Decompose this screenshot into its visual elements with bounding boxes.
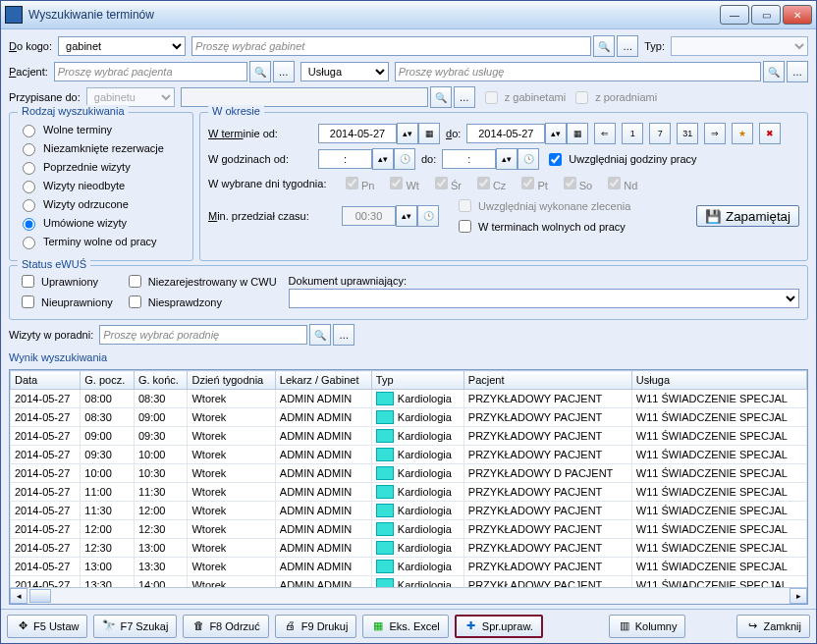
f5-ustaw-button[interactable]: ✥F5 Ustaw — [7, 615, 87, 638]
w-terminach-wolnych-check[interactable] — [459, 220, 471, 233]
scroll-right-icon[interactable]: ▸ — [790, 588, 807, 604]
przypisane-input[interactable] — [181, 87, 428, 107]
radio-niezamk-rezerwacje[interactable] — [23, 143, 35, 156]
niezarej-check[interactable] — [129, 275, 141, 288]
f8-odrzuc-button[interactable]: 🗑F8 Odrzuć — [183, 615, 268, 638]
date-from-spin-icon[interactable]: ▴▾ — [397, 123, 418, 144]
nav-fwd-icon[interactable]: ⇒ — [704, 123, 726, 144]
time-to-spin-icon[interactable]: ▴▾ — [496, 148, 517, 170]
do-kogo-select[interactable]: gabinet — [58, 36, 186, 56]
day-nd-check[interactable] — [608, 177, 621, 189]
time-to-input[interactable] — [442, 149, 496, 169]
range-31-icon[interactable]: 31 — [677, 123, 698, 144]
col-data[interactable]: Data — [11, 371, 81, 390]
range-clear-icon[interactable]: ✖ — [759, 123, 781, 144]
radio-poprzednie-wizyty[interactable] — [23, 162, 35, 175]
table-row[interactable]: 2014-05-2713:0013:30WtorekADMIN ADMINKar… — [11, 558, 807, 576]
gabinet-lookup-icon[interactable]: 🔍 — [593, 35, 615, 57]
time-from-spin-icon[interactable]: ▴▾ — [372, 148, 394, 170]
col-usluga[interactable]: Usługa — [631, 371, 806, 390]
uprawniony-check[interactable] — [22, 275, 34, 288]
day-pt-check[interactable] — [521, 177, 534, 189]
usluga-more-icon[interactable]: … — [787, 61, 808, 82]
spr-upraw-button[interactable]: ✚Spr.upraw. — [455, 615, 543, 638]
radio-terminy-wolne-od-pracy[interactable] — [23, 237, 35, 249]
day-so-check[interactable] — [564, 177, 576, 189]
nav-back-icon[interactable]: ⇐ — [594, 123, 616, 144]
min-czas-clock-icon[interactable]: 🕓 — [417, 205, 439, 227]
dok-upr-select[interactable] — [289, 289, 799, 308]
zapamietaj-button[interactable]: 💾Zapamiętaj — [696, 205, 799, 227]
table-row[interactable]: 2014-05-2708:3009:00WtorekADMIN ADMINKar… — [11, 408, 807, 427]
przypisane-more-icon[interactable]: … — [454, 86, 475, 108]
day-pn-check[interactable] — [346, 177, 358, 189]
time-from-input[interactable] — [318, 149, 372, 169]
scroll-thumb[interactable] — [29, 589, 51, 603]
pacjent-more-icon[interactable]: … — [273, 61, 295, 82]
usluga-lookup-icon[interactable]: 🔍 — [763, 61, 785, 82]
eks-excel-button[interactable]: ▦Eks. Excel — [362, 615, 448, 638]
col-dzien[interactable]: Dzień tygodnia — [188, 371, 275, 390]
gabinet-more-icon[interactable]: … — [617, 35, 638, 57]
h-scrollbar[interactable]: ◂ ▸ — [10, 587, 807, 604]
time-from-clock-icon[interactable]: 🕓 — [394, 148, 415, 170]
min-czas-input[interactable] — [342, 206, 396, 226]
table-row[interactable]: 2014-05-2712:0012:30WtorekADMIN ADMINKar… — [11, 520, 807, 539]
col-gkonc[interactable]: G. końc. — [134, 371, 188, 390]
table-row[interactable]: 2014-05-2708:0008:30WtorekADMIN ADMINKar… — [11, 390, 807, 408]
f7-szukaj-button[interactable]: 🔭F7 Szukaj — [93, 615, 177, 638]
radio-wizyty-odrzucone[interactable] — [23, 199, 35, 212]
radio-wolne-terminy[interactable] — [23, 125, 35, 137]
poradnia-more-icon[interactable]: … — [333, 324, 354, 346]
day-cz-check[interactable] — [477, 177, 490, 189]
col-lekarz[interactable]: Lekarz / Gabinet — [275, 371, 371, 390]
time-to-clock-icon[interactable]: 🕓 — [517, 148, 539, 170]
poradnia-input[interactable] — [99, 325, 307, 345]
niesprawdz-check[interactable] — [129, 295, 141, 308]
date-from-input[interactable] — [318, 124, 397, 143]
z-poradniami-check[interactable] — [575, 91, 588, 104]
z-gabinetami-check[interactable] — [485, 91, 498, 104]
day-wt-check[interactable] — [390, 177, 403, 189]
scroll-left-icon[interactable]: ◂ — [10, 588, 27, 604]
table-row[interactable]: 2014-05-2711:3012:00WtorekADMIN ADMINKar… — [11, 502, 807, 520]
uwzgl-wykonane-check[interactable] — [459, 199, 471, 212]
table-row[interactable]: 2014-05-2711:0011:30WtorekADMIN ADMINKar… — [11, 483, 807, 502]
table-row[interactable]: 2014-05-2709:3010:00WtorekADMIN ADMINKar… — [11, 446, 807, 464]
col-typ[interactable]: Typ — [371, 371, 463, 390]
date-to-spin-icon[interactable]: ▴▾ — [545, 123, 567, 144]
pacjent-lookup-icon[interactable]: 🔍 — [249, 61, 271, 82]
radio-wizyty-nieodbyte[interactable] — [23, 181, 35, 193]
maximize-button[interactable]: ▭ — [751, 5, 781, 25]
uwzgl-godz-check[interactable] — [549, 153, 562, 166]
table-row[interactable]: 2014-05-2710:0010:30WtorekADMIN ADMINKar… — [11, 464, 807, 483]
min-czas-spin-icon[interactable]: ▴▾ — [396, 205, 417, 227]
table-row[interactable]: 2014-05-2713:3014:00WtorekADMIN ADMINKar… — [11, 576, 807, 588]
table-row[interactable]: 2014-05-2712:3013:00WtorekADMIN ADMINKar… — [11, 539, 807, 558]
usluga-input[interactable] — [395, 62, 761, 81]
typ-select[interactable] — [671, 36, 808, 56]
range-7-icon[interactable]: 7 — [649, 123, 671, 144]
przypisane-lookup-icon[interactable]: 🔍 — [430, 86, 452, 108]
pacjent-input[interactable] — [54, 62, 247, 81]
zamknij-button[interactable]: ↪Zamknij — [736, 615, 810, 638]
poradnia-lookup-icon[interactable]: 🔍 — [309, 324, 331, 346]
kolumny-button[interactable]: ▥Kolumny — [609, 615, 686, 638]
range-star-icon[interactable]: ★ — [732, 123, 753, 144]
date-from-cal-icon[interactable]: ▦ — [418, 123, 440, 144]
day-sr-check[interactable] — [435, 177, 448, 189]
col-pacjent[interactable]: Pacjent — [463, 371, 631, 390]
minimize-button[interactable]: — — [720, 5, 749, 25]
usluga-mode-select[interactable]: Usługa — [300, 62, 389, 81]
table-row[interactable]: 2014-05-2709:0009:30WtorekADMIN ADMINKar… — [11, 427, 807, 446]
f9-drukuj-button[interactable]: 🖨F9 Drukuj — [275, 615, 357, 638]
gabinet-input[interactable] — [191, 36, 591, 56]
close-button[interactable]: ✕ — [783, 5, 812, 25]
radio-umowione-wizyty[interactable] — [23, 218, 35, 231]
date-to-cal-icon[interactable]: ▦ — [567, 123, 588, 144]
nieuprawniony-check[interactable] — [22, 295, 34, 308]
range-1-icon[interactable]: 1 — [622, 123, 643, 144]
date-to-input[interactable] — [466, 124, 545, 143]
przypisane-select[interactable]: gabinetu — [86, 87, 175, 107]
col-gpocz[interactable]: G. pocz. — [81, 371, 135, 390]
